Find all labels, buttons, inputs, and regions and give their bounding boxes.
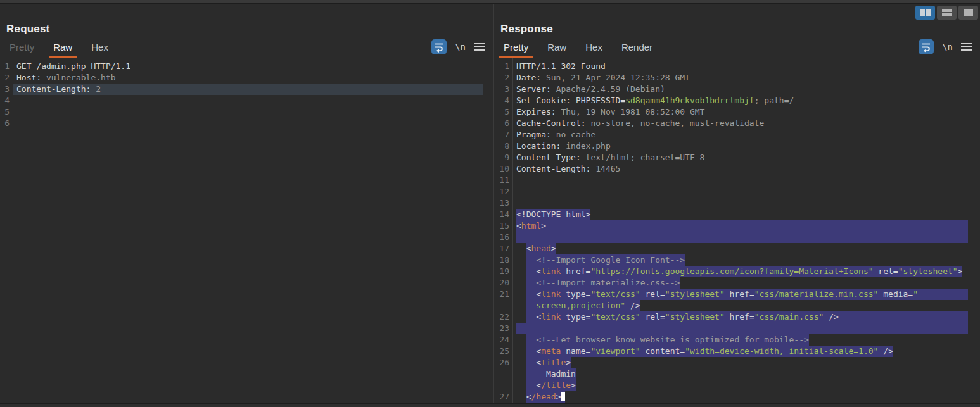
code-line[interactable]: 14<!DOCTYPE html> — [494, 209, 980, 220]
line-number: 2 — [494, 72, 512, 84]
word-wrap-toggle-button[interactable] — [919, 39, 934, 54]
code-line[interactable]: 15<html> — [494, 220, 980, 232]
line-number: 24 — [494, 334, 512, 346]
code-text: </head> — [512, 391, 968, 403]
code-line[interactable]: 19 <link href="https://fonts.googleapis.… — [494, 266, 980, 277]
tab-hex[interactable]: Hex — [87, 42, 113, 58]
line-number: 19 — [494, 266, 512, 277]
code-line[interactable]: 2Date: Sun, 21 Apr 2024 12:35:28 GMT — [494, 72, 980, 84]
line-number: 4 — [0, 95, 13, 106]
code-text — [13, 95, 483, 106]
tab-raw[interactable]: Raw — [49, 42, 77, 58]
code-text: <link href="https://fonts.googleapis.com… — [512, 266, 968, 277]
code-line[interactable]: 25 <meta name="viewport" content="width=… — [494, 346, 980, 357]
code-line[interactable]: 6 — [0, 118, 493, 129]
editor-menu-icon[interactable] — [961, 43, 972, 51]
line-number: 13 — [494, 197, 512, 209]
bottom-strip — [0, 403, 980, 407]
code-text: <meta name="viewport" content="width=dev… — [512, 346, 968, 357]
code-line[interactable]: 17 <head> — [494, 243, 980, 254]
code-line[interactable]: 24 <!--Let browser know website is optim… — [494, 334, 980, 346]
code-text — [13, 106, 483, 118]
line-number: 9 — [494, 152, 512, 163]
code-text — [512, 186, 968, 197]
line-number: 6 — [494, 118, 512, 129]
code-line[interactable]: screen,projection" /> — [494, 300, 980, 311]
code-line[interactable]: 9Content-Type: text/html; charset=UTF-8 — [494, 152, 980, 163]
code-text — [13, 118, 483, 129]
editor-menu-icon[interactable] — [474, 43, 485, 51]
code-text — [512, 232, 968, 243]
code-line[interactable]: 21 <link type="text/css" rel="stylesheet… — [494, 289, 980, 300]
line-number: 10 — [494, 163, 512, 175]
code-line[interactable]: 1HTTP/1.1 302 Found — [494, 61, 980, 72]
line-number: 8 — [494, 141, 512, 152]
tab-render[interactable]: Render — [617, 42, 657, 58]
code-line[interactable]: 3Content-Length: 2 — [0, 84, 493, 95]
response-tabbar: PrettyRawHexRender \n — [494, 35, 980, 58]
code-text: HTTP/1.1 302 Found — [512, 61, 968, 72]
line-number: 25 — [494, 346, 512, 357]
code-line[interactable]: 12 — [494, 186, 980, 197]
line-number: 18 — [494, 254, 512, 266]
code-text: <html> — [512, 220, 968, 232]
line-number: 12 — [494, 186, 512, 197]
line-number: 5 — [494, 106, 512, 118]
code-line[interactable]: 23 — [494, 323, 980, 334]
line-number — [494, 368, 512, 380]
tab-hex[interactable]: Hex — [581, 42, 607, 58]
code-line[interactable]: 22 <link type="text/css" rel="stylesheet… — [494, 311, 980, 323]
code-line[interactable]: 11 — [494, 175, 980, 186]
line-number: 11 — [494, 175, 512, 186]
code-text: Server: Apache/2.4.59 (Debian) — [512, 84, 968, 95]
line-number: 23 — [494, 323, 512, 334]
line-number: 21 — [494, 289, 512, 300]
code-line[interactable]: 13 — [494, 197, 980, 209]
code-text — [512, 323, 968, 334]
code-text: <title> — [512, 357, 968, 368]
code-line[interactable]: Madmin — [494, 368, 980, 380]
code-line[interactable]: 18 <!--Import Google Icon Font--> — [494, 254, 980, 266]
code-text: <link type="text/css" rel="stylesheet" h… — [512, 289, 968, 300]
code-text: Set-Cookie: PHPSESSID=sd8qamm41h9ckvob1b… — [512, 95, 968, 106]
code-line[interactable]: 6Cache-Control: no-store, no-cache, must… — [494, 118, 980, 129]
word-wrap-icon — [921, 42, 931, 53]
line-number: 22 — [494, 311, 512, 323]
code-text: <!--Import Google Icon Font--> — [512, 254, 968, 266]
request-panel: Request PrettyRawHex \n — [0, 4, 493, 404]
burp-message-editor: Request PrettyRawHex \n — [0, 0, 980, 407]
line-number: 6 — [0, 118, 13, 129]
tab-pretty[interactable]: Pretty — [499, 42, 533, 58]
code-text: Expires: Thu, 19 Nov 1981 08:52:00 GMT — [512, 106, 968, 118]
code-line[interactable]: 20 <!--Import materialize.css--> — [494, 277, 980, 289]
code-line[interactable]: 26 <title> — [494, 357, 980, 368]
code-text: <!--Import materialize.css--> — [512, 277, 968, 289]
word-wrap-toggle-button[interactable] — [431, 39, 447, 54]
code-line[interactable]: 27 </head> — [494, 391, 980, 403]
line-number: 7 — [494, 129, 512, 141]
code-line[interactable]: 3Server: Apache/2.4.59 (Debian) — [494, 84, 980, 95]
tab-raw[interactable]: Raw — [543, 42, 571, 58]
request-editor[interactable]: 1GET /admin.php HTTP/1.12Host: vulnerabl… — [0, 58, 493, 403]
code-text: Host: vulnerable.htb — [13, 72, 483, 84]
response-editor[interactable]: 1HTTP/1.1 302 Found2Date: Sun, 21 Apr 20… — [494, 58, 980, 403]
code-line[interactable]: 1GET /admin.php HTTP/1.1 — [0, 61, 493, 72]
line-number — [494, 380, 512, 391]
code-line[interactable]: 7Pragma: no-cache — [494, 129, 980, 141]
code-line[interactable]: 4Set-Cookie: PHPSESSID=sd8qamm41h9ckvob1… — [494, 95, 980, 106]
newline-toggle-button[interactable]: \n — [942, 42, 953, 52]
code-line[interactable]: 5Expires: Thu, 19 Nov 1981 08:52:00 GMT — [494, 106, 980, 118]
code-line[interactable]: 4 — [0, 95, 493, 106]
code-line[interactable]: 2Host: vulnerable.htb — [0, 72, 493, 84]
code-line[interactable]: 5 — [0, 106, 493, 118]
text-cursor — [561, 392, 565, 401]
code-text: Date: Sun, 21 Apr 2024 12:35:28 GMT — [512, 72, 968, 84]
code-line[interactable]: 10Content-Length: 14465 — [494, 163, 980, 175]
code-text: <!DOCTYPE html> — [512, 209, 968, 220]
code-line[interactable]: 16 — [494, 232, 980, 243]
code-line[interactable]: </title> — [494, 380, 980, 391]
newline-toggle-button[interactable]: \n — [455, 42, 466, 52]
response-panel: Response PrettyRawHexRender \n — [493, 4, 980, 404]
tab-pretty[interactable]: Pretty — [5, 42, 39, 58]
code-line[interactable]: 8Location: index.php — [494, 141, 980, 152]
